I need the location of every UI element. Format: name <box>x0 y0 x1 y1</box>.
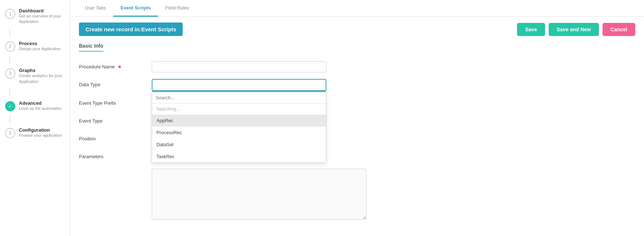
main-content: User Tabs Event Scripts Field Rules Crea… <box>70 0 644 236</box>
step-circle-1: 1 <box>5 9 15 19</box>
sidebar-title-dashboard: Dashboard <box>19 8 65 13</box>
dropdown-list: Searching... AppRec ProcessRec DataSet T… <box>152 91 326 163</box>
record-title-badge: Create new record in:Event Scripts <box>79 23 183 36</box>
sidebar-title-graphs: Graphs <box>19 68 65 73</box>
dropdown-searching-text: Searching... <box>152 104 326 115</box>
label-data-type: Data Type <box>79 79 152 87</box>
sidebar-title-configuration: Configuration <box>19 127 62 133</box>
sidebar-desc-graphs: Create analytics for your Application <box>19 73 65 84</box>
label-procedure-name: Procedure Name ★ <box>79 61 152 69</box>
sidebar-desc-process: Design your Application <box>19 46 61 52</box>
sidebar-item-advanced[interactable]: ✓ Advanced Level up the automation <box>0 96 70 116</box>
label-event-type: Event Type <box>79 115 152 124</box>
sidebar-connector-4 <box>9 116 10 123</box>
procedure-name-input[interactable] <box>152 61 326 72</box>
form-area: Create new record in:Event Scripts Save … <box>70 17 644 236</box>
step-circle-3: 3 <box>5 68 15 79</box>
sidebar: 1 Dashboard Get an overview of your Appl… <box>0 0 70 236</box>
sidebar-item-graphs[interactable]: 3 Graphs Create analytics for your Appli… <box>0 63 70 89</box>
sidebar-item-process[interactable]: 2 Process Design your Application <box>0 36 70 56</box>
field-row-data-type: Data Type Searching... AppRec ProcessRec… <box>79 79 635 91</box>
sidebar-title-advanced: Advanced <box>19 100 61 106</box>
header-buttons: Save Save and New Cancel <box>517 23 635 36</box>
control-textarea <box>152 169 370 221</box>
sidebar-title-process: Process <box>19 41 61 46</box>
sidebar-desc-configuration: Finalise your application <box>19 133 62 138</box>
label-parameters: Parameters <box>79 151 152 159</box>
dropdown-option-processrec[interactable]: ProcessRec <box>152 127 326 139</box>
sidebar-connector-2 <box>9 56 10 63</box>
field-row-textarea <box>79 169 635 221</box>
form-header: Create new record in:Event Scripts Save … <box>79 23 635 36</box>
script-textarea[interactable] <box>152 169 366 220</box>
dropdown-option-taskrec[interactable]: TaskRec <box>152 151 326 163</box>
tab-event-scripts[interactable]: Event Scripts <box>113 0 158 17</box>
label-event-type-prefix: Event Type Prefix <box>79 97 152 106</box>
checkmark-icon: ✓ <box>8 103 12 109</box>
label-textarea-empty <box>79 169 152 172</box>
form-fields: Procedure Name ★ Data Type <box>79 61 635 221</box>
step-circle-5: 5 <box>5 128 15 138</box>
sidebar-connector-3 <box>9 89 10 96</box>
sidebar-desc-advanced: Level up the automation <box>19 106 61 111</box>
dropdown-option-apprec[interactable]: AppRec <box>152 115 326 127</box>
data-type-input[interactable] <box>152 79 326 91</box>
control-data-type: Searching... AppRec ProcessRec DataSet T… <box>152 79 326 91</box>
dropdown-option-dataset[interactable]: DataSet <box>152 139 326 151</box>
save-and-new-button[interactable]: Save and New <box>549 23 599 36</box>
sidebar-desc-dashboard: Get an overview of your Application <box>19 13 65 25</box>
save-button[interactable]: Save <box>517 23 545 36</box>
sidebar-connector-1 <box>9 29 10 36</box>
control-procedure-name <box>152 61 326 72</box>
sidebar-item-configuration[interactable]: 5 Configuration Finalise your applicatio… <box>0 123 70 143</box>
tabs-bar: User Tabs Event Scripts Field Rules <box>70 0 644 17</box>
sidebar-item-dashboard[interactable]: 1 Dashboard Get an overview of your Appl… <box>0 4 70 29</box>
step-circle-4: ✓ <box>5 101 15 111</box>
tab-user-tabs[interactable]: User Tabs <box>77 0 113 17</box>
required-star: ★ <box>118 64 122 69</box>
dropdown-search-input[interactable] <box>152 91 326 104</box>
step-circle-2: 2 <box>5 41 15 52</box>
tab-field-rules[interactable]: Field Rules <box>158 0 196 17</box>
cancel-button[interactable]: Cancel <box>603 23 635 36</box>
label-position: Position <box>79 133 152 141</box>
section-title: Basic Info <box>79 43 103 52</box>
field-row-procedure-name: Procedure Name ★ <box>79 61 635 72</box>
